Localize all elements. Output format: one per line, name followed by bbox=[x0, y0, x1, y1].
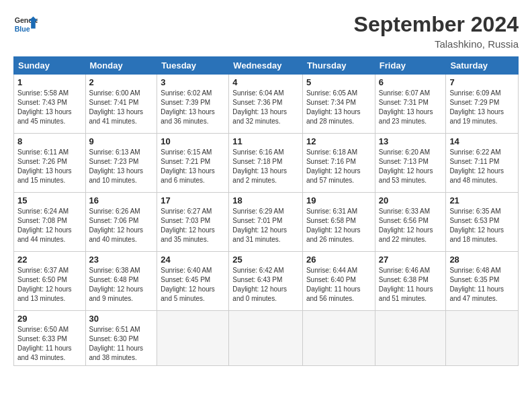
day-number: 10 bbox=[161, 136, 225, 146]
calendar-day-cell: 6 Sunrise: 6:07 AMSunset: 7:31 PMDayligh… bbox=[375, 75, 446, 134]
calendar-day-cell: 1 Sunrise: 5:58 AMSunset: 7:43 PMDayligh… bbox=[14, 75, 86, 134]
calendar-week-row: 15 Sunrise: 6:24 AMSunset: 7:08 PMDaylig… bbox=[14, 193, 519, 252]
day-number: 28 bbox=[449, 255, 515, 265]
day-number: 20 bbox=[379, 195, 443, 205]
weekday-header-row: SundayMondayTuesdayWednesdayThursdayFrid… bbox=[14, 57, 519, 75]
day-info: Sunrise: 6:16 AMSunset: 7:18 PMDaylight:… bbox=[232, 148, 287, 184]
day-number: 30 bbox=[89, 314, 154, 324]
day-info: Sunrise: 6:22 AMSunset: 7:11 PMDaylight:… bbox=[449, 148, 504, 184]
calendar-week-row: 1 Sunrise: 5:58 AMSunset: 7:43 PMDayligh… bbox=[14, 75, 519, 134]
calendar-day-cell: 29 Sunrise: 6:50 AMSunset: 6:33 PMDaylig… bbox=[14, 311, 86, 366]
day-number: 2 bbox=[89, 77, 154, 87]
day-info: Sunrise: 6:11 AMSunset: 7:26 PMDaylight:… bbox=[17, 148, 72, 184]
day-info: Sunrise: 6:13 AMSunset: 7:23 PMDaylight:… bbox=[89, 148, 144, 184]
calendar-day-cell: 24 Sunrise: 6:40 AMSunset: 6:45 PMDaylig… bbox=[157, 252, 229, 311]
day-number: 27 bbox=[379, 255, 443, 265]
page-header: General Blue September 2024 Talashkino, … bbox=[13, 12, 519, 50]
calendar-day-cell: 16 Sunrise: 6:26 AMSunset: 7:06 PMDaylig… bbox=[85, 193, 157, 252]
day-info: Sunrise: 6:02 AMSunset: 7:39 PMDaylight:… bbox=[161, 89, 215, 125]
svg-text:Blue: Blue bbox=[15, 25, 30, 33]
calendar-day-cell: 30 Sunrise: 6:51 AMSunset: 6:30 PMDaylig… bbox=[85, 311, 157, 366]
weekday-header: Sunday bbox=[14, 57, 86, 75]
calendar-table: SundayMondayTuesdayWednesdayThursdayFrid… bbox=[13, 56, 519, 366]
day-info: Sunrise: 6:35 AMSunset: 6:53 PMDaylight:… bbox=[449, 208, 504, 243]
day-number: 8 bbox=[17, 136, 82, 146]
day-number: 5 bbox=[306, 77, 371, 87]
calendar-day-cell bbox=[157, 311, 229, 366]
day-number: 25 bbox=[232, 255, 299, 265]
day-info: Sunrise: 6:29 AMSunset: 7:01 PMDaylight:… bbox=[232, 208, 287, 243]
calendar-day-cell: 8 Sunrise: 6:11 AMSunset: 7:26 PMDayligh… bbox=[14, 134, 86, 193]
calendar-day-cell: 5 Sunrise: 6:05 AMSunset: 7:34 PMDayligh… bbox=[302, 75, 375, 134]
location: Talashkino, Russia bbox=[354, 38, 519, 50]
day-info: Sunrise: 6:51 AMSunset: 6:30 PMDaylight:… bbox=[89, 326, 144, 361]
calendar-day-cell: 28 Sunrise: 6:48 AMSunset: 6:35 PMDaylig… bbox=[446, 252, 519, 311]
weekday-header: Wednesday bbox=[229, 57, 303, 75]
day-number: 9 bbox=[89, 136, 154, 146]
day-info: Sunrise: 6:27 AMSunset: 7:03 PMDaylight:… bbox=[161, 208, 215, 243]
day-number: 14 bbox=[449, 136, 515, 146]
day-number: 17 bbox=[161, 195, 225, 205]
calendar-week-row: 29 Sunrise: 6:50 AMSunset: 6:33 PMDaylig… bbox=[14, 311, 519, 366]
calendar-week-row: 8 Sunrise: 6:11 AMSunset: 7:26 PMDayligh… bbox=[14, 134, 519, 193]
calendar-day-cell: 20 Sunrise: 6:33 AMSunset: 6:56 PMDaylig… bbox=[375, 193, 446, 252]
calendar-day-cell: 27 Sunrise: 6:46 AMSunset: 6:38 PMDaylig… bbox=[375, 252, 446, 311]
day-info: Sunrise: 5:58 AMSunset: 7:43 PMDaylight:… bbox=[17, 89, 72, 125]
day-number: 23 bbox=[89, 255, 154, 265]
day-info: Sunrise: 6:46 AMSunset: 6:38 PMDaylight:… bbox=[379, 267, 433, 302]
day-number: 18 bbox=[232, 195, 299, 205]
day-info: Sunrise: 6:04 AMSunset: 7:36 PMDaylight:… bbox=[232, 89, 287, 125]
calendar-day-cell: 14 Sunrise: 6:22 AMSunset: 7:11 PMDaylig… bbox=[446, 134, 519, 193]
day-info: Sunrise: 6:50 AMSunset: 6:33 PMDaylight:… bbox=[17, 326, 72, 361]
day-info: Sunrise: 6:33 AMSunset: 6:56 PMDaylight:… bbox=[379, 208, 433, 243]
calendar-day-cell: 2 Sunrise: 6:00 AMSunset: 7:41 PMDayligh… bbox=[85, 75, 157, 134]
day-info: Sunrise: 6:20 AMSunset: 7:13 PMDaylight:… bbox=[379, 148, 433, 184]
calendar-day-cell: 23 Sunrise: 6:38 AMSunset: 6:48 PMDaylig… bbox=[85, 252, 157, 311]
day-number: 24 bbox=[161, 255, 225, 265]
calendar-day-cell: 9 Sunrise: 6:13 AMSunset: 7:23 PMDayligh… bbox=[85, 134, 157, 193]
day-info: Sunrise: 6:37 AMSunset: 6:50 PMDaylight:… bbox=[17, 267, 72, 302]
day-number: 4 bbox=[232, 77, 299, 87]
day-info: Sunrise: 6:09 AMSunset: 7:29 PMDaylight:… bbox=[449, 89, 504, 125]
calendar-day-cell: 21 Sunrise: 6:35 AMSunset: 6:53 PMDaylig… bbox=[446, 193, 519, 252]
calendar-day-cell bbox=[302, 311, 375, 366]
calendar-day-cell: 25 Sunrise: 6:42 AMSunset: 6:43 PMDaylig… bbox=[229, 252, 303, 311]
calendar-day-cell: 13 Sunrise: 6:20 AMSunset: 7:13 PMDaylig… bbox=[375, 134, 446, 193]
day-number: 22 bbox=[17, 255, 82, 265]
day-info: Sunrise: 6:07 AMSunset: 7:31 PMDaylight:… bbox=[379, 89, 433, 125]
day-info: Sunrise: 6:48 AMSunset: 6:35 PMDaylight:… bbox=[449, 267, 504, 302]
calendar-day-cell: 19 Sunrise: 6:31 AMSunset: 6:58 PMDaylig… bbox=[302, 193, 375, 252]
day-info: Sunrise: 6:44 AMSunset: 6:40 PMDaylight:… bbox=[306, 267, 361, 302]
calendar-day-cell: 11 Sunrise: 6:16 AMSunset: 7:18 PMDaylig… bbox=[229, 134, 303, 193]
day-number: 21 bbox=[449, 195, 515, 205]
calendar-day-cell: 10 Sunrise: 6:15 AMSunset: 7:21 PMDaylig… bbox=[157, 134, 229, 193]
calendar-day-cell: 4 Sunrise: 6:04 AMSunset: 7:36 PMDayligh… bbox=[229, 75, 303, 134]
day-number: 26 bbox=[306, 255, 371, 265]
day-info: Sunrise: 6:24 AMSunset: 7:08 PMDaylight:… bbox=[17, 208, 72, 243]
day-info: Sunrise: 6:05 AMSunset: 7:34 PMDaylight:… bbox=[306, 89, 361, 125]
calendar-day-cell bbox=[375, 311, 446, 366]
calendar-day-cell: 17 Sunrise: 6:27 AMSunset: 7:03 PMDaylig… bbox=[157, 193, 229, 252]
weekday-header: Monday bbox=[85, 57, 157, 75]
calendar-day-cell: 18 Sunrise: 6:29 AMSunset: 7:01 PMDaylig… bbox=[229, 193, 303, 252]
day-number: 7 bbox=[449, 77, 515, 87]
day-number: 29 bbox=[17, 314, 82, 324]
day-number: 11 bbox=[232, 136, 299, 146]
calendar-week-row: 22 Sunrise: 6:37 AMSunset: 6:50 PMDaylig… bbox=[14, 252, 519, 311]
weekday-header: Friday bbox=[375, 57, 446, 75]
calendar-day-cell bbox=[446, 311, 519, 366]
month-title: September 2024 bbox=[354, 12, 519, 37]
day-number: 13 bbox=[379, 136, 443, 146]
logo: General Blue bbox=[13, 12, 38, 36]
day-info: Sunrise: 6:31 AMSunset: 6:58 PMDaylight:… bbox=[306, 208, 361, 243]
day-number: 3 bbox=[161, 77, 225, 87]
day-info: Sunrise: 6:15 AMSunset: 7:21 PMDaylight:… bbox=[161, 148, 215, 184]
day-number: 15 bbox=[17, 195, 82, 205]
calendar-day-cell: 15 Sunrise: 6:24 AMSunset: 7:08 PMDaylig… bbox=[14, 193, 86, 252]
day-info: Sunrise: 6:18 AMSunset: 7:16 PMDaylight:… bbox=[306, 148, 361, 184]
calendar-day-cell: 7 Sunrise: 6:09 AMSunset: 7:29 PMDayligh… bbox=[446, 75, 519, 134]
calendar-day-cell: 12 Sunrise: 6:18 AMSunset: 7:16 PMDaylig… bbox=[302, 134, 375, 193]
calendar-day-cell: 22 Sunrise: 6:37 AMSunset: 6:50 PMDaylig… bbox=[14, 252, 86, 311]
calendar-day-cell: 3 Sunrise: 6:02 AMSunset: 7:39 PMDayligh… bbox=[157, 75, 229, 134]
day-number: 19 bbox=[306, 195, 371, 205]
